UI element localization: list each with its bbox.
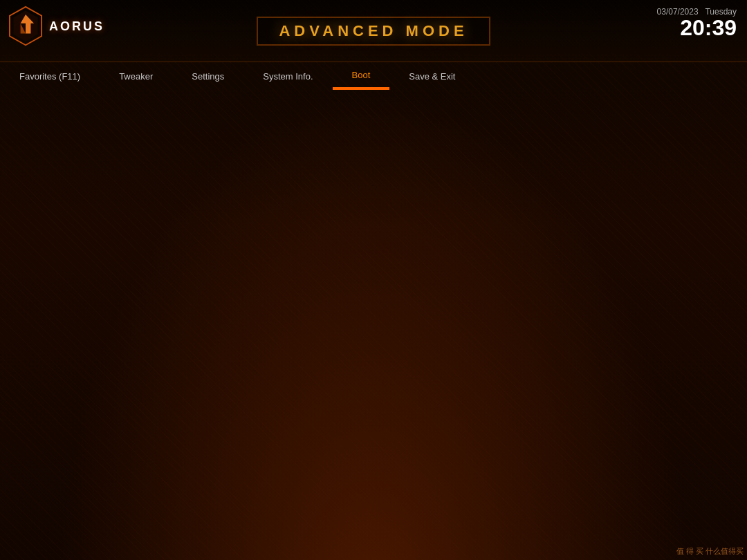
header-title: ADVANCED MODE [257, 17, 490, 46]
logo-area: AORUS [7, 6, 104, 47]
nav-item-tweaker[interactable]: Tweaker [100, 62, 172, 90]
datetime: 03/07/2023 Tuesday 20:39 [657, 7, 737, 39]
aorus-logo-icon [7, 6, 45, 47]
nav-item-boot[interactable]: Boot [333, 62, 390, 90]
nav-item-settings[interactable]: Settings [172, 62, 243, 90]
main-container: AORUS ADVANCED MODE 03/07/2023 Tuesday 2… [0, 0, 747, 560]
nav-item-sysinfo[interactable]: System Info. [243, 62, 332, 90]
logo-text: AORUS [49, 19, 104, 34]
time-display: 20:39 [657, 17, 737, 39]
nav-item-favorites[interactable]: Favorites (F11) [0, 62, 100, 90]
nav-item-saveexit[interactable]: Save & Exit [389, 62, 474, 90]
header: AORUS ADVANCED MODE 03/07/2023 Tuesday 2… [0, 0, 747, 62]
watermark: 值 得 买 什么值得买 [676, 546, 744, 557]
